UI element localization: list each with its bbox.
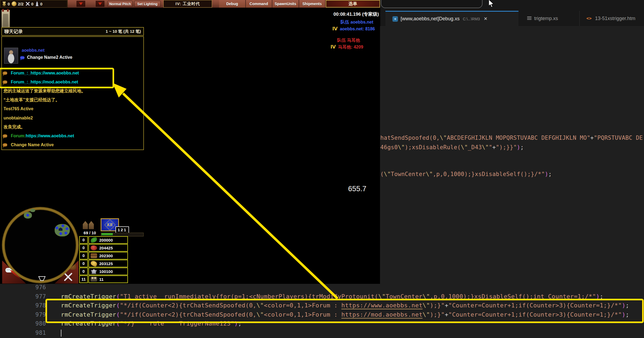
- tab-label: [www,aoebbs,net]Debug.xs: [401, 16, 460, 22]
- progress-fill: [101, 233, 113, 235]
- line-number: 977: [0, 292, 46, 301]
- stat-value: 0: [31, 2, 33, 6]
- chevron-down-icon: [79, 2, 83, 5]
- chat-message: 您的主城运送了资源来帮助您建立殖民地。: [3, 87, 141, 95]
- annotation-box-code: [45, 299, 644, 323]
- menu-button[interactable]: 选单: [326, 0, 380, 8]
- resource-count-box: 0: [79, 236, 88, 244]
- code-line[interactable]: 981: [0, 328, 644, 337]
- chevron-down-icon: [98, 2, 102, 5]
- chat-bubble-icon: [3, 143, 7, 147]
- resource-box: 203125: [88, 260, 128, 267]
- advisor-figure: [3, 14, 8, 27]
- resource-count-box: 0: [79, 244, 88, 252]
- text-cursor: [61, 330, 61, 337]
- screen: [www,aoebbs,net]Debug.xs C:\...\RM3 ✕ tr…: [0, 0, 644, 338]
- editor-tab-bar: [www,aoebbs,net]Debug.xs C:\...\RM3 ✕ tr…: [380, 0, 644, 26]
- resource-box: 204425: [88, 244, 128, 252]
- tab-label: trigtemp.xs: [534, 16, 558, 21]
- chat-page-range: 1 ~ 10 笔 (共 12 笔): [106, 29, 141, 34]
- code-fragment: (\"TownCenter\",p,0,1000);}xsDisableSelf…: [380, 170, 552, 178]
- minimap-unit-dot: [65, 227, 69, 230]
- resource-stats-panel: 02/200: [0, 0, 68, 8]
- resource-box: 202300: [88, 252, 128, 259]
- line-number: 978: [0, 301, 46, 310]
- toolbar-button-shipments[interactable]: Shipments: [299, 0, 326, 8]
- floating-widget-outline: [381, 0, 483, 8]
- villager-icon: [91, 277, 97, 282]
- minimap-unit-dot: [26, 213, 29, 217]
- tab-xstrigger-htm[interactable]: 13-51xstrigger.htm: [580, 11, 644, 26]
- toolbar-dropdown-2[interactable]: [96, 1, 104, 7]
- resource-box: 200000: [88, 236, 128, 244]
- annotation-box-chat: [0, 68, 114, 88]
- chat-bubble-icon: [20, 56, 25, 59]
- age-indicator: IV: 工业时代: [163, 0, 212, 8]
- chat-sender-name: aoebbs.net: [22, 48, 44, 53]
- trophy-icon: [2, 2, 6, 6]
- flag-badge-count: 121: [115, 226, 129, 233]
- minimap-unit-dot: [59, 232, 62, 235]
- resource-value: 202300: [99, 253, 113, 258]
- resource-stat: 0: [35, 2, 42, 6]
- resource-stat: 0: [2, 2, 10, 6]
- cpp-file-icon: [392, 16, 398, 22]
- avatar: [4, 48, 18, 64]
- toolbar-dropdown-1[interactable]: [77, 1, 85, 7]
- set-lighting-button[interactable]: Set Lighting: [134, 1, 161, 7]
- food-icon: [90, 237, 97, 243]
- population-count: 69 / 10: [81, 230, 98, 235]
- house-icon: [89, 221, 94, 229]
- chat-message: 改良完成。: [3, 123, 141, 131]
- minimap[interactable]: [2, 207, 79, 284]
- team2-score: Ⅳ 马耳他: 4209: [331, 44, 363, 50]
- stat-value: 0: [40, 2, 42, 6]
- shipment-progress-bar: [101, 233, 144, 236]
- resource-count-box: 0: [79, 268, 88, 275]
- resource-value: 100100: [99, 269, 113, 274]
- minimap-terrain-patch: [30, 209, 35, 212]
- close-icon[interactable]: ✕: [484, 16, 487, 22]
- minimap-terrain-patch: [24, 212, 32, 219]
- code-fragment: 46gs0\");xsDisableRule(\"_D43\""+");}}")…: [380, 143, 524, 151]
- swords-icon: [25, 2, 30, 6]
- tab-label: 13-51xstrigger.htm: [595, 16, 635, 21]
- game-timer: 00:08:41.196 (专家级): [333, 11, 379, 17]
- minimap-unit-dot: [61, 224, 65, 227]
- chat-message-text: Change Name Active: [7, 142, 54, 147]
- toolbar-button-command[interactable]: Command: [246, 0, 273, 8]
- game-toolbar: 02/200 Normal Pitch Set Lighting IV: 工业时…: [0, 0, 380, 8]
- chat-bubble-icon: [3, 134, 7, 138]
- tab-debug-xs[interactable]: [www,aoebbs,net]Debug.xs C:\...\RM3 ✕: [385, 11, 518, 26]
- normal-pitch-button[interactable]: Normal Pitch: [108, 1, 133, 7]
- code-text: [61, 328, 61, 337]
- line-number: 976: [0, 283, 46, 292]
- gold-icon: [90, 260, 98, 267]
- resource-value: 11: [99, 277, 104, 282]
- resource-count-box: 0: [79, 252, 88, 259]
- resource-stat: 0: [25, 2, 33, 6]
- toolbar-button-spawnunits[interactable]: SpawnUnits: [272, 0, 299, 8]
- chat-sender-message: Change Name2 Active: [27, 55, 72, 60]
- code-line[interactable]: 976: [0, 283, 644, 292]
- chat-message-text: Forum:https://www.aoebbs.net: [7, 134, 74, 138]
- wood-icon: [91, 253, 97, 258]
- code-fragment: hatSendSpoofed(0,\"ABCDEFGHIJKLN MOPQRST…: [380, 134, 643, 142]
- minimap-view-indicator: [38, 276, 46, 281]
- toolbar-button-debug[interactable]: Debug: [219, 0, 246, 8]
- floating-number: 655.7: [348, 185, 366, 193]
- pawn-icon: [35, 2, 39, 6]
- team1-name: 队伍 aoebbs.net: [341, 20, 373, 25]
- house-icon: [83, 221, 88, 229]
- chat-message: Change Name Active: [3, 141, 141, 148]
- chat-message: Test765 Active: [3, 105, 141, 112]
- tab-trigtemp-xs[interactable]: trigtemp.xs: [518, 11, 580, 26]
- resource-value: 203125: [99, 261, 113, 266]
- stat-value: 0: [8, 2, 10, 6]
- line-number: 979: [0, 310, 46, 319]
- meat-icon: [91, 245, 97, 250]
- line-number: 981: [0, 328, 46, 337]
- minimap-terrain-patch: [55, 224, 70, 236]
- mouse-cursor-icon: [488, 0, 495, 8]
- age-roman-numeral: Ⅳ: [331, 44, 336, 50]
